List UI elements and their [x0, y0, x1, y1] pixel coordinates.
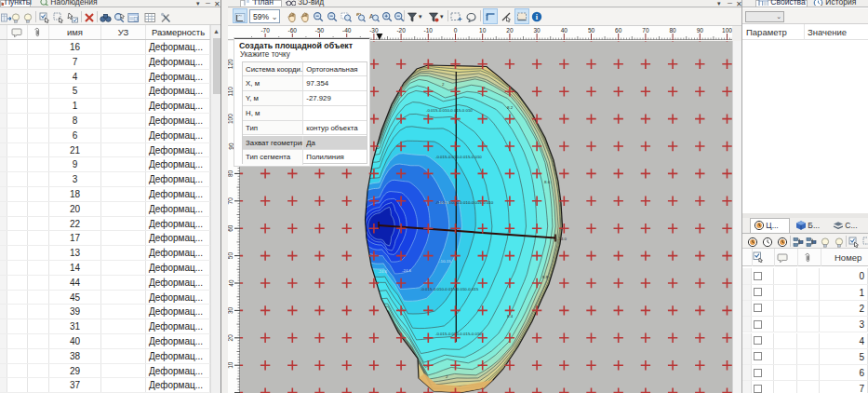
svg-text:-0.015-0.010-0.015-0.010-0.015: -0.015-0.010-0.015-0.010-0.015 — [421, 287, 479, 291]
svg-text:-0.015-0.010-0.015-0.010: -0.015-0.010-0.015-0.010 — [426, 108, 473, 113]
svg-text:-14.0: -14.0 — [557, 237, 568, 241]
svg-text:10: 10 — [228, 361, 234, 369]
svg-text:-30: -30 — [369, 27, 379, 34]
svg-text:70: 70 — [642, 27, 649, 34]
svg-text:80: 80 — [228, 169, 234, 177]
svg-text:8.2: 8.2 — [507, 105, 514, 110]
svg-text:20: 20 — [506, 27, 514, 34]
svg-text:120: 120 — [228, 59, 234, 69]
svg-text:100: 100 — [228, 114, 234, 124]
svg-text:100: 100 — [722, 27, 732, 34]
svg-text:110: 110 — [228, 87, 234, 97]
svg-text:70: 70 — [228, 197, 234, 205]
svg-text:50: 50 — [588, 27, 595, 34]
svg-text:30: 30 — [533, 27, 541, 34]
svg-text:-10: -10 — [424, 27, 434, 34]
svg-text:0: 0 — [454, 27, 458, 34]
svg-text:-20: -20 — [396, 27, 406, 34]
svg-text:60: 60 — [615, 27, 622, 34]
svg-text:-60: -60 — [288, 27, 298, 34]
svg-text:-0.015-0.010-0.015-0.010: -0.015-0.010-0.015-0.010 — [435, 332, 482, 336]
svg-text:-50: -50 — [315, 27, 325, 34]
svg-text:40: 40 — [561, 27, 568, 34]
svg-text:-24.6: -24.6 — [402, 268, 412, 273]
svg-text:10: 10 — [479, 27, 487, 34]
svg-text:-24.6: -24.6 — [378, 269, 388, 274]
svg-text:90: 90 — [228, 142, 234, 150]
svg-text:60: 60 — [228, 224, 234, 232]
svg-text:40: 40 — [228, 279, 234, 287]
svg-text:30: 30 — [228, 306, 234, 314]
svg-text:-40: -40 — [342, 27, 352, 34]
svg-text:-0.015-0.010-0.015-0.010: -0.015-0.010-0.015-0.010 — [435, 155, 482, 159]
svg-text:-10-15: -10-15 — [439, 259, 451, 264]
svg-text:20: 20 — [228, 334, 234, 342]
svg-text:50: 50 — [228, 252, 234, 260]
svg-text:90: 90 — [697, 27, 704, 34]
svg-text:-70: -70 — [260, 27, 270, 34]
svg-text:80: 80 — [669, 27, 676, 34]
svg-text:8.8: 8.8 — [542, 275, 549, 279]
svg-text:8.6: 8.6 — [544, 180, 551, 184]
svg-text:-10-15: -10-15 — [437, 200, 449, 205]
